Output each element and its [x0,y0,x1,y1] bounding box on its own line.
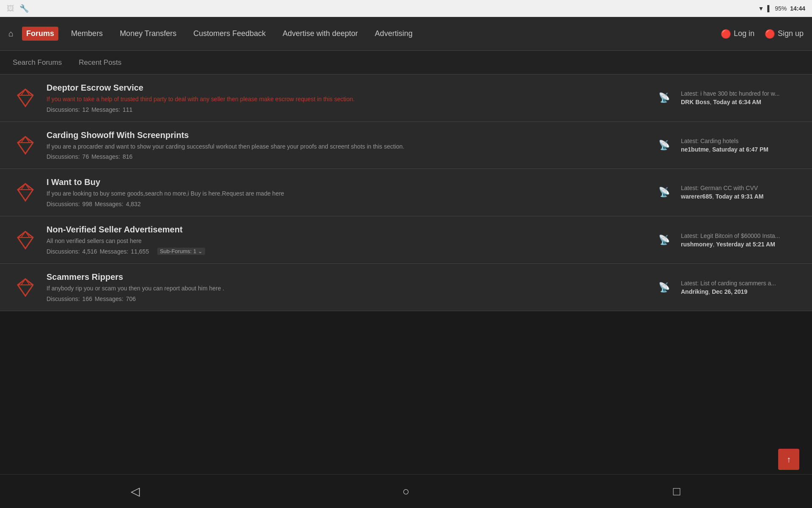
forum-stats: Discussions: 76 Messages: 816 [47,153,647,160]
latest-title: Latest: List of carding scammers a... [681,280,799,287]
forum-stats: Discussions: 166 Messages: 706 [47,295,647,302]
forum-row: Carding Showoff With Screenprints If you… [0,122,812,169]
nav-item-money-transfers[interactable]: Money Transfers [115,27,181,41]
forum-desc: If you are a procarder and want to show … [47,143,647,151]
login-button[interactable]: 🔴 Log in [721,29,754,39]
nav-item-advertise[interactable]: Advertise with deeptor [278,27,362,41]
svg-marker-4 [18,137,33,154]
forum-title[interactable]: Carding Showoff With Screenprints [47,130,647,140]
forum-desc: If anybody rip you or scam you then you … [47,284,647,293]
wifi-icon: ▼ [758,5,764,12]
search-forums-link[interactable]: Search Forums [13,58,62,67]
forum-latest: Latest: German CC with CVV warerer685, T… [681,185,799,200]
forum-title[interactable]: Scammers Rippers [47,272,647,282]
forum-row: Deeptor Escrow Service If you want to ta… [0,75,812,122]
nav-item-customers-feedback[interactable]: Customers Feedback [189,27,270,41]
svg-marker-8 [18,184,33,201]
forum-title[interactable]: Deeptor Escrow Service [47,83,647,93]
forum-stats: Discussions: 4,516 Messages: 11,655 Sub-… [47,248,647,255]
subforum-badge[interactable]: Sub-Forums: 1 ⌄ [157,248,205,255]
home-button-nav[interactable]: ○ [389,485,423,498]
home-button[interactable]: ⌂ [8,29,14,39]
latest-user: warerer685, Today at 9:31 AM [681,193,799,200]
nav-item-advertising[interactable]: Advertising [370,27,417,41]
back-button[interactable]: ◁ [118,484,152,498]
forum-latest: Latest: Carding hotels ne1butme, Saturda… [681,138,799,153]
svg-marker-12 [18,232,33,248]
time-display: 14:44 [790,5,805,12]
battery-percent: 95% [775,5,787,12]
status-bar-right: ▼ ▌ 95% 14:44 [758,5,805,12]
forum-content: Scammers Rippers If anybody rip you or s… [47,272,647,302]
signup-icon: 🔴 [765,29,775,39]
forum-row: I Want to Buy If you are looking to buy … [0,169,812,216]
forum-desc: If you want to take a help of trusted th… [47,95,647,104]
battery-icon: ▌ [767,5,771,12]
rss-icon[interactable]: 📡 [656,92,672,103]
svg-marker-16 [18,279,33,296]
recent-posts-link[interactable]: Recent Posts [79,58,121,67]
rss-icon[interactable]: 📡 [656,282,672,293]
forum-stats: Discussions: 12 Messages: 111 [47,106,647,113]
nav-item-forums[interactable]: Forums [22,27,58,41]
latest-title: Latest: Carding hotels [681,138,799,144]
forum-content: I Want to Buy If you are looking to buy … [47,177,647,207]
forum-row: Scammers Rippers If anybody rip you or s… [0,264,812,311]
rss-icon[interactable]: 📡 [656,235,672,246]
recents-button[interactable]: □ [660,485,694,498]
scroll-top-button[interactable]: ↑ [778,449,799,470]
forum-icon [13,133,38,158]
forum-row: Non-Verified Seller Advertisement All no… [0,216,812,264]
forum-latest: Latest: Legit Bitcoin of $60000 Insta...… [681,232,799,248]
signup-label: Sign up [778,29,804,38]
forum-title[interactable]: Non-Verified Seller Advertisement [47,225,647,235]
nav-item-members[interactable]: Members [67,27,107,41]
latest-user: Andriking, Dec 26, 2019 [681,288,799,295]
forum-list: Deeptor Escrow Service If you want to ta… [0,75,812,311]
latest-user: ne1butme, Saturday at 6:47 PM [681,146,799,153]
image-icon: 🖼 [7,4,14,13]
latest-title: Latest: Legit Bitcoin of $60000 Insta... [681,232,799,239]
latest-user: rushmoney, Yesterday at 5:21 AM [681,241,799,248]
nav-auth: 🔴 Log in 🔴 Sign up [721,29,804,39]
login-label: Log in [734,29,754,38]
forum-content: Non-Verified Seller Advertisement All no… [47,225,647,255]
rss-icon[interactable]: 📡 [656,140,672,151]
forum-title[interactable]: I Want to Buy [47,177,647,187]
wrench-icon: 🔧 [19,4,29,13]
latest-title: Latest: i have 300 btc hundred for w... [681,90,799,97]
status-bar: 🖼 🔧 ▼ ▌ 95% 14:44 [0,0,812,17]
navbar: ⌂ Forums Members Money Transfers Custome… [0,17,812,51]
forum-desc: If you are looking to buy some goods,sea… [47,190,647,198]
latest-user: DRK Boss, Today at 6:34 AM [681,99,799,105]
latest-title: Latest: German CC with CVV [681,185,799,191]
rss-icon[interactable]: 📡 [656,187,672,198]
forum-latest: Latest: i have 300 btc hundred for w... … [681,90,799,105]
forum-icon [13,227,38,253]
secondary-nav: Search Forums Recent Posts [0,51,812,75]
forum-icon [13,85,38,110]
forum-content: Carding Showoff With Screenprints If you… [47,130,647,160]
forum-stats: Discussions: 998 Messages: 4,832 [47,201,647,207]
forum-icon [13,179,38,205]
forum-latest: Latest: List of carding scammers a... An… [681,280,799,295]
svg-marker-0 [18,89,33,106]
forum-content: Deeptor Escrow Service If you want to ta… [47,83,647,113]
status-bar-left: 🖼 🔧 [7,4,29,13]
forum-desc: All non verified sellers can post here [47,237,647,246]
signup-button[interactable]: 🔴 Sign up [765,29,804,39]
login-icon: 🔴 [721,29,731,39]
forum-icon [13,275,38,300]
bottom-navigation: ◁ ○ □ [0,474,812,508]
